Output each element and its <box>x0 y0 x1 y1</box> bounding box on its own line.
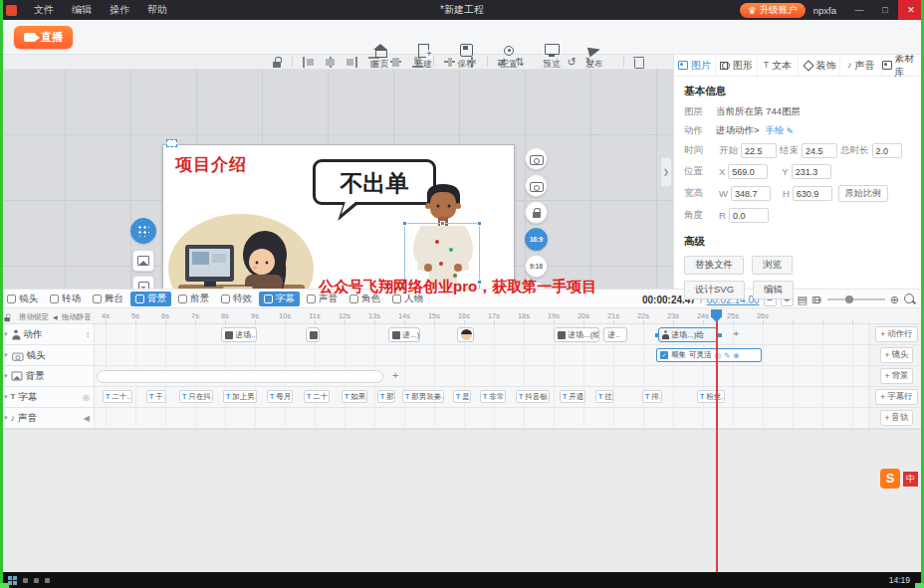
selection-handle[interactable] <box>477 221 482 226</box>
subtitle-clip[interactable]: T加上男... <box>223 390 257 403</box>
taskbar-app-icon[interactable] <box>23 578 28 583</box>
ratio-16-9-button[interactable]: 16:9 <box>525 228 548 251</box>
live-button[interactable]: 直播 <box>14 26 73 49</box>
tab-decoration[interactable]: 装饰 <box>799 55 840 76</box>
subtitle-clip[interactable]: T只在抖... <box>179 390 213 403</box>
x-field[interactable] <box>728 164 768 179</box>
align-left-icon[interactable] <box>302 56 315 69</box>
width-field[interactable] <box>731 186 771 201</box>
add-background-button[interactable]: +背景 <box>880 368 914 384</box>
target-icon[interactable]: ◎ <box>83 393 90 402</box>
account-name[interactable]: npxfa <box>813 5 836 16</box>
pencil-icon[interactable]: ✎ <box>724 351 730 360</box>
duration-field[interactable] <box>872 143 902 158</box>
subtitle-clip[interactable]: T二十... <box>304 390 330 403</box>
add-audio-track-button[interactable]: +音轨 <box>880 410 914 426</box>
start-time-field[interactable] <box>741 143 777 158</box>
slide-title-text[interactable]: 项目介绍 <box>175 153 247 176</box>
upgrade-account-button[interactable]: ♛ 升级账户 <box>740 3 806 18</box>
subtitle-clip[interactable]: T排... <box>642 390 662 403</box>
maximize-button[interactable]: □ <box>872 0 898 20</box>
popup-option-a[interactable]: 顺集 <box>671 350 686 360</box>
end-time-field[interactable] <box>802 143 837 158</box>
add-action-row-button[interactable]: +动作行 <box>875 326 917 342</box>
action-clip[interactable]: 进...) <box>388 327 420 342</box>
zoom-in-icon[interactable]: ⊕ <box>733 351 739 360</box>
menu-help[interactable]: 帮助 <box>138 3 176 17</box>
browse-button[interactable]: 浏览 <box>752 256 793 275</box>
clock[interactable]: 14:19 <box>889 575 910 585</box>
camera-flip-button[interactable] <box>525 174 548 197</box>
subtitle-button[interactable]: 字幕 <box>259 292 300 306</box>
transition-button[interactable]: 转场 <box>45 292 86 306</box>
subtitle-clip[interactable]: T每月... <box>267 390 293 403</box>
selection-handle[interactable] <box>402 221 407 226</box>
minimize-button[interactable]: — <box>846 0 872 20</box>
menu-file[interactable]: 文件 <box>25 3 63 17</box>
tab-image[interactable]: 图片 <box>674 55 716 76</box>
speaker-icon[interactable]: ◀ <box>53 314 58 320</box>
subtitle-clip[interactable]: T粉丝... <box>697 390 725 403</box>
action-clip[interactable]: 进场...(绘) <box>554 327 599 342</box>
chinese-mode-icon[interactable]: 中 <box>903 472 918 487</box>
menu-operate[interactable]: 操作 <box>101 3 138 17</box>
speaker-icon[interactable]: ◀ <box>84 414 90 423</box>
replace-file-button[interactable]: 替换文件 <box>684 256 744 275</box>
background-button[interactable]: 背景 <box>130 292 171 306</box>
lock-icon[interactable] <box>271 56 283 68</box>
height-field[interactable] <box>793 186 832 201</box>
subtitle-clip[interactable]: T二十... <box>103 390 132 403</box>
tab-library[interactable]: 素材库 <box>882 55 924 76</box>
action-clip[interactable]: 进.. <box>603 327 627 342</box>
background-track-label[interactable]: ▾ 背景 <box>0 366 95 386</box>
action-track[interactable] <box>95 324 868 344</box>
add-subtitle-row-button[interactable]: +字幕行 <box>875 389 917 405</box>
popup-option-b[interactable]: 可灵活 <box>689 350 712 360</box>
tab-sound[interactable]: ♪声音 <box>840 55 882 76</box>
add-camera-button[interactable]: +镜头 <box>880 347 914 363</box>
action-clip[interactable]: 进场...绘) <box>221 327 257 342</box>
action-hand-drawn-link[interactable]: 手绘 <box>766 124 785 137</box>
snapshot-button[interactable] <box>525 147 548 170</box>
align-right-icon[interactable] <box>346 56 358 69</box>
publish-button[interactable]: 发布 <box>575 42 614 73</box>
tab-shape[interactable]: 图形 <box>716 55 758 76</box>
y-field[interactable] <box>792 164 831 179</box>
new-project-button[interactable]: 新建 <box>403 42 443 73</box>
subtitle-clip[interactable]: T如果... <box>342 390 367 403</box>
edit-button[interactable]: 编辑 <box>753 281 794 299</box>
push-lock-label[interactable]: 推动锁定 <box>19 312 49 322</box>
action-clip-icon-only[interactable] <box>306 327 320 342</box>
action-track-label[interactable]: ▾ 动作 ↕ <box>0 324 95 344</box>
camera-track-button[interactable]: 镜头 <box>2 292 43 306</box>
home-button[interactable]: 首页 <box>360 42 400 73</box>
subtitle-clip[interactable]: T开通... <box>560 390 585 403</box>
action-value[interactable]: 进场动作> <box>716 124 760 137</box>
checkbox-checked[interactable]: ✓ <box>660 351 668 359</box>
subtitle-clip[interactable]: T那男装姜... <box>402 390 444 403</box>
action-clip-avatar[interactable] <box>457 327 474 342</box>
lock-canvas-button[interactable] <box>525 201 548 224</box>
subtitle-clip[interactable]: T干... <box>146 390 166 403</box>
stage-button[interactable]: 舞台 <box>88 292 128 306</box>
layout-button[interactable] <box>132 250 154 272</box>
add-background-clip-button[interactable]: + <box>392 369 398 381</box>
sound-track[interactable] <box>95 408 868 428</box>
design-svg-button[interactable]: 设计SVG <box>684 281 745 299</box>
save-button[interactable]: 保存 <box>446 42 486 73</box>
clip-trim-handle[interactable] <box>718 333 722 337</box>
selection-handle[interactable] <box>440 221 445 226</box>
push-lock-icon[interactable] <box>3 313 11 321</box>
add-clip-button[interactable]: + <box>733 327 739 339</box>
clip-trim-handle[interactable] <box>655 333 659 337</box>
menu-edit[interactable]: 编辑 <box>63 3 101 17</box>
drag-mute-label[interactable]: 拖动静音 <box>62 312 92 322</box>
panel-collapse-button[interactable]: ❯ <box>661 157 672 187</box>
grid-toggle-button[interactable] <box>130 218 156 244</box>
preview-button[interactable]: 预览 <box>532 42 572 73</box>
pencil-icon[interactable]: ✎ <box>787 126 795 136</box>
stage-canvas[interactable]: 项目介绍 不出单 <box>0 70 673 289</box>
effects-button[interactable]: 特效 <box>216 292 257 306</box>
ratio-9-16-button[interactable]: 9:16 <box>525 255 548 278</box>
subtitle-clip[interactable]: T挂... <box>595 390 613 403</box>
